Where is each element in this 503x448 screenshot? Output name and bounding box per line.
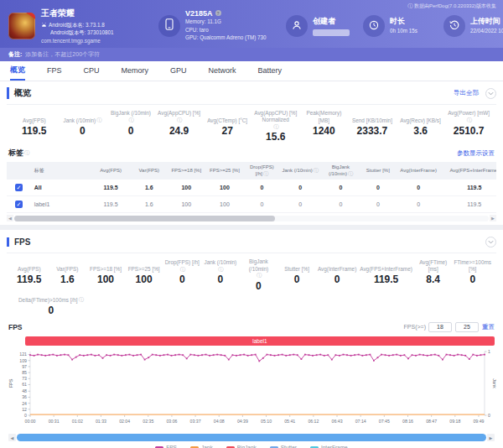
stat-item: Avg(FPS+InterFrame)ⓘ 119.5: [358, 258, 414, 291]
collapse-fps-button[interactable]: [485, 237, 496, 247]
device-memory: Memory: 11.1G: [185, 18, 267, 26]
tab[interactable]: 概览: [10, 61, 25, 81]
creator-name-redacted: [313, 29, 350, 36]
collapse-overview-button[interactable]: [485, 88, 496, 99]
duration-block: 时长 0h 10m 15s: [363, 15, 443, 37]
info-icon[interactable]: ⓘ: [218, 267, 223, 273]
info-icon[interactable]: ⓘ: [96, 117, 101, 124]
stat-value: 0: [18, 305, 84, 316]
parameter-display-settings-link[interactable]: 参数显示设置: [457, 149, 495, 158]
info-icon[interactable]: ⓘ: [263, 171, 268, 176]
cell-value: 0: [394, 196, 442, 213]
fps-section: FPS Avg(FPS)ⓘ 119.5 Var(FPS)ⓘ 1.6: [0, 230, 503, 448]
column-header: Avg(InterFrame): [394, 162, 442, 180]
tab[interactable]: Network: [209, 61, 236, 81]
stat-item: BigJank (/10min)ⓘ 0: [106, 110, 155, 143]
stat-item: Jank (/10min)ⓘ 0: [59, 110, 107, 143]
info-icon[interactable]: ⓘ: [177, 117, 182, 124]
info-icon[interactable]: ⓘ: [314, 168, 319, 173]
stat-item: Avg(FPS)ⓘ 119.5: [10, 110, 59, 143]
svg-text:85: 85: [22, 370, 27, 375]
divider: [7, 253, 496, 253]
stat-value: 15.6: [253, 131, 298, 143]
reset-button[interactable]: 重置: [482, 323, 495, 331]
tab[interactable]: Memory: [122, 61, 149, 81]
scroll-left-icon[interactable]: ◀: [8, 434, 16, 441]
info-icon[interactable]: ⓘ: [79, 297, 84, 304]
chart-legend: FPS Jank BigJank Stutter: [7, 442, 496, 448]
duration-label: 时长: [390, 16, 417, 27]
scroll-right-icon[interactable]: ▶: [490, 215, 496, 221]
row-checkbox[interactable]: ✓: [15, 201, 23, 208]
range-thumb[interactable]: [17, 434, 486, 441]
svg-text:09:18: 09:18: [449, 419, 460, 424]
fps-chart-title: FPS: [8, 323, 23, 331]
cell-value: 0: [361, 196, 394, 213]
info-icon[interactable]: ⓘ: [24, 149, 29, 157]
device-gpu: GPU: Qualcomm Adreno (TM) 730: [185, 34, 267, 42]
stat-value: 1.6: [50, 273, 86, 285]
app-version-name: Android版本名: 3.73.1.8: [49, 21, 105, 29]
creator-block: 创建者: [286, 15, 363, 37]
legend-item[interactable]: BigJank: [226, 445, 257, 448]
stat-item: Avg(FPS)ⓘ 119.5: [10, 258, 49, 291]
app-name: 王者荣耀: [41, 8, 140, 19]
info-icon[interactable]: ⓘ: [257, 273, 262, 279]
cell-value: 0: [361, 180, 394, 196]
cell-value: 100: [206, 196, 243, 213]
legend-item[interactable]: FPS: [155, 445, 177, 448]
scroll-left-icon[interactable]: ◀: [7, 215, 13, 221]
tab[interactable]: CPU: [84, 61, 100, 81]
stat-value: 24.9: [157, 125, 202, 137]
table-horizontal-scrollbar[interactable]: ◀ ▶: [7, 215, 496, 221]
label1-annotation-band[interactable]: label1: [25, 336, 495, 346]
stat-value: 119.5: [360, 273, 412, 285]
column-header: Drop(FPS) [/h]ⓘ: [243, 162, 280, 180]
table-row: ✓All119.51.610010000000119.58.400: [7, 180, 496, 196]
overview-stats: Avg(FPS)ⓘ 119.5 Jank (/10min)ⓘ 0 BigJank…: [7, 108, 496, 146]
legend-item[interactable]: InterFrame: [310, 445, 348, 448]
fps-threshold-input-1[interactable]: [428, 322, 452, 332]
notes-placeholder: 添加备注，不超过200个字符: [25, 50, 100, 59]
stat-value: 0: [454, 273, 491, 285]
svg-text:01:33: 01:33: [96, 419, 106, 424]
svg-text:07:45: 07:45: [379, 419, 390, 424]
info-icon[interactable]: ⓘ: [180, 267, 185, 273]
scroll-right-icon[interactable]: ▶: [487, 434, 495, 441]
person-icon: [292, 18, 302, 34]
tab[interactable]: FPS: [47, 61, 62, 81]
export-all-link[interactable]: 导出全部: [454, 89, 479, 97]
svg-text:48: 48: [22, 388, 27, 393]
stat-value: 0: [108, 125, 153, 137]
stat-item: Stutter [%]ⓘ 0: [277, 258, 316, 291]
svg-text:00:00: 00:00: [25, 419, 36, 424]
legend-item[interactable]: Stutter: [270, 445, 297, 448]
info-icon[interactable]: ⓘ: [348, 171, 353, 176]
row-checkbox[interactable]: ✓: [15, 184, 23, 191]
cell-value: 100: [206, 180, 243, 196]
svg-text:0: 0: [488, 413, 490, 418]
game-app-icon: [8, 13, 35, 39]
tab[interactable]: GPU: [170, 61, 187, 81]
fps-threshold-input-2[interactable]: [455, 322, 479, 332]
svg-text:121: 121: [19, 352, 27, 357]
info-icon[interactable]: ⓘ: [273, 124, 278, 131]
info-icon[interactable]: ⓘ: [467, 117, 472, 124]
legend-item[interactable]: Jank: [190, 445, 213, 448]
svg-text:05:10: 05:10: [261, 419, 272, 424]
info-icon[interactable]: ⓘ: [128, 117, 133, 124]
tab[interactable]: Battery: [258, 61, 283, 81]
stat-item: BigJank (/10min)ⓘ 0: [240, 258, 278, 291]
device-info-badge[interactable]: ?: [215, 10, 221, 16]
svg-text:03:37: 03:37: [190, 419, 201, 424]
scrollbar-thumb[interactable]: [14, 216, 275, 221]
chart-range-scrollbar[interactable]: ◀ ▶: [8, 434, 495, 442]
svg-text:12: 12: [22, 407, 27, 412]
svg-text:61: 61: [22, 382, 27, 387]
svg-text:Jank: Jank: [492, 378, 496, 388]
stat-item: Avg(AppCPU) [%] Normalizedⓘ 15.6: [252, 110, 300, 143]
row-label: All: [31, 180, 91, 196]
notes-bar[interactable]: 备注: 添加备注，不超过200个字符: [0, 48, 503, 61]
overview-section: 概览 导出全部 Avg(FPS)ⓘ 119.5 Jank (/10min)ⓘ 0: [0, 81, 503, 225]
stat-item: Delta(FTime)>100ms [/h]ⓘ 0: [18, 295, 84, 316]
